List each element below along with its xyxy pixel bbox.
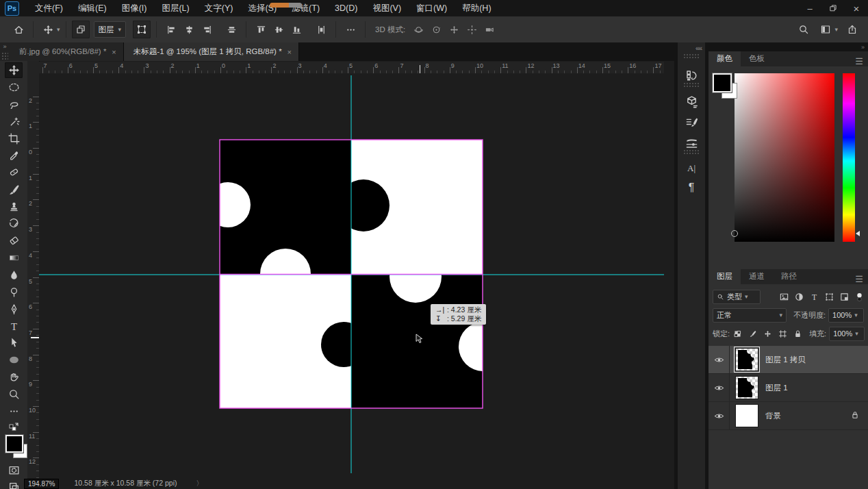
menu-0[interactable]: 文件(F) bbox=[27, 0, 71, 16]
chevron-down-icon[interactable]: ▾ bbox=[57, 26, 60, 33]
layer-row-2[interactable]: 背景 bbox=[709, 402, 868, 430]
crop-tool[interactable] bbox=[5, 131, 23, 147]
distribute-button[interactable] bbox=[312, 21, 330, 38]
lock-position-button[interactable] bbox=[760, 327, 775, 340]
zoom-tool[interactable] bbox=[5, 386, 23, 402]
menu-4[interactable]: 文字(Y) bbox=[197, 0, 241, 16]
show-transform-controls-toggle[interactable] bbox=[133, 21, 151, 38]
tab-图层[interactable]: 图层 bbox=[709, 269, 741, 284]
status-expand-chevron[interactable]: 〉 bbox=[196, 479, 203, 488]
auto-select-toggle[interactable] bbox=[72, 21, 90, 38]
layer-visibility-toggle[interactable] bbox=[709, 346, 730, 373]
lock-transparent-pixels-button[interactable] bbox=[730, 327, 745, 340]
fill-field[interactable]: 100%▾ bbox=[829, 327, 865, 341]
panel-button-history[interactable] bbox=[682, 66, 700, 84]
foreground-color-swatch[interactable] bbox=[5, 435, 23, 453]
panel-button-paragraph[interactable]: ¶ bbox=[682, 179, 700, 197]
hand-tool[interactable] bbox=[5, 369, 23, 385]
filter-smart-objects-button[interactable] bbox=[837, 290, 852, 303]
path-select-tool[interactable] bbox=[5, 335, 23, 351]
document-tab-1[interactable]: 未标题-1 @ 195% (图层 1 拷贝, RGB/8#) * × bbox=[124, 42, 299, 61]
blend-mode-dropdown[interactable]: 正常▾ bbox=[713, 308, 787, 323]
menu-8[interactable]: 视图(V) bbox=[365, 0, 409, 16]
zoom-level-field[interactable]: 194.87% bbox=[24, 479, 59, 489]
layer-name[interactable]: 图层 1 bbox=[765, 383, 788, 393]
menu-1[interactable]: 编辑(E) bbox=[71, 0, 114, 16]
eyedropper-tool[interactable] bbox=[5, 148, 23, 164]
layer-thumbnail[interactable] bbox=[735, 348, 758, 371]
panel-group-grip[interactable] bbox=[683, 53, 700, 58]
expand-panels-button[interactable]: «« bbox=[695, 45, 702, 52]
eraser-tool[interactable] bbox=[5, 233, 23, 249]
close-button[interactable]: × bbox=[845, 0, 868, 16]
filter-adjustment-layers-button[interactable] bbox=[791, 290, 806, 303]
lock-all-button[interactable] bbox=[790, 327, 805, 340]
vertical-ruler[interactable]: 21012345678910111213 bbox=[27, 73, 40, 478]
color-picker-marker[interactable] bbox=[731, 230, 738, 237]
menu-2[interactable]: 图像(I) bbox=[114, 0, 155, 16]
screen-mode-button[interactable] bbox=[5, 479, 23, 489]
quick-mask-button[interactable] bbox=[5, 462, 23, 478]
layer-thumbnail[interactable] bbox=[735, 404, 758, 427]
hue-slider[interactable] bbox=[843, 73, 855, 242]
search-button[interactable] bbox=[795, 21, 813, 38]
threed-roll-button[interactable] bbox=[427, 21, 445, 38]
tab-路径[interactable]: 路径 bbox=[773, 269, 805, 284]
align-middle-button[interactable] bbox=[270, 21, 288, 38]
magic-wand-tool[interactable] bbox=[5, 114, 23, 129]
move-tool-preset[interactable] bbox=[39, 21, 57, 38]
dock-collapse-left[interactable]: » bbox=[0, 42, 10, 61]
marquee-tool[interactable] bbox=[5, 79, 23, 95]
filter-type-layers-button[interactable]: T bbox=[806, 290, 821, 303]
panel-button-brush-settings[interactable] bbox=[682, 113, 700, 131]
document-tab-0[interactable]: 前.jpg @ 60%(RGB/8#) * × bbox=[10, 42, 124, 61]
align-horizontal-centers-button[interactable] bbox=[180, 21, 198, 38]
align-right-edges-button[interactable] bbox=[198, 21, 216, 38]
tab-通道[interactable]: 通道 bbox=[741, 269, 773, 284]
hue-slider-marker[interactable] bbox=[856, 231, 860, 236]
layer-row-1[interactable]: 图层 1 bbox=[709, 374, 868, 402]
threed-slide-button[interactable] bbox=[463, 21, 481, 38]
shape-tool[interactable] bbox=[5, 352, 23, 368]
align-left-edges-button[interactable] bbox=[162, 21, 180, 38]
blur-tool[interactable] bbox=[5, 267, 23, 283]
filter-pixel-layers-button[interactable] bbox=[776, 290, 791, 303]
lock-artboard-button[interactable] bbox=[775, 327, 790, 340]
align-bottom-edges-button[interactable] bbox=[288, 21, 305, 38]
panel-menu-icon[interactable]: ☰ bbox=[855, 274, 863, 284]
panel-button-brushes[interactable] bbox=[682, 134, 700, 151]
menu-10[interactable]: 帮助(H) bbox=[455, 0, 498, 16]
clone-stamp-tool[interactable] bbox=[5, 199, 23, 214]
canvas-image[interactable] bbox=[39, 73, 674, 478]
layer-visibility-toggle[interactable] bbox=[709, 374, 730, 401]
menu-3[interactable]: 图层(L) bbox=[154, 0, 196, 16]
canvas-area[interactable] bbox=[39, 73, 674, 478]
lock-image-pixels-button[interactable] bbox=[745, 327, 760, 340]
layer-name[interactable]: 背景 bbox=[765, 411, 781, 421]
more-options-button[interactable] bbox=[342, 21, 359, 38]
share-button[interactable] bbox=[843, 21, 861, 38]
restore-button[interactable] bbox=[821, 0, 845, 16]
healing-brush-tool[interactable] bbox=[5, 164, 23, 180]
filter-shape-layers-button[interactable] bbox=[821, 290, 837, 303]
opacity-field[interactable]: 100%▾ bbox=[828, 308, 864, 323]
pen-tool[interactable] bbox=[5, 301, 23, 317]
layer-filter-type-dropdown[interactable]: 类型▾ bbox=[713, 290, 761, 304]
align-vertical-centers-button[interactable] bbox=[222, 21, 240, 38]
foreground-color-swatch[interactable] bbox=[713, 73, 732, 92]
panel-button-character[interactable]: A| bbox=[682, 160, 700, 177]
lasso-tool[interactable] bbox=[5, 97, 23, 112]
move-tool[interactable] bbox=[5, 62, 23, 78]
close-tab-icon[interactable]: × bbox=[288, 48, 292, 56]
auto-select-target-dropdown[interactable]: 图层▾ bbox=[94, 21, 127, 38]
menu-7[interactable]: 3D(D) bbox=[327, 0, 365, 16]
layer-name[interactable]: 图层 1 拷贝 bbox=[765, 355, 806, 365]
close-tab-icon[interactable]: × bbox=[112, 48, 116, 56]
minimize-button[interactable]: – bbox=[798, 0, 821, 16]
swap-colors-button[interactable] bbox=[5, 420, 23, 434]
chevron-down-icon[interactable]: ▾ bbox=[834, 26, 838, 33]
threed-orbit-button[interactable] bbox=[409, 21, 427, 38]
saturation-brightness-box[interactable] bbox=[735, 73, 834, 242]
menu-9[interactable]: 窗口(W) bbox=[409, 0, 455, 16]
workspace-button[interactable] bbox=[817, 21, 834, 38]
